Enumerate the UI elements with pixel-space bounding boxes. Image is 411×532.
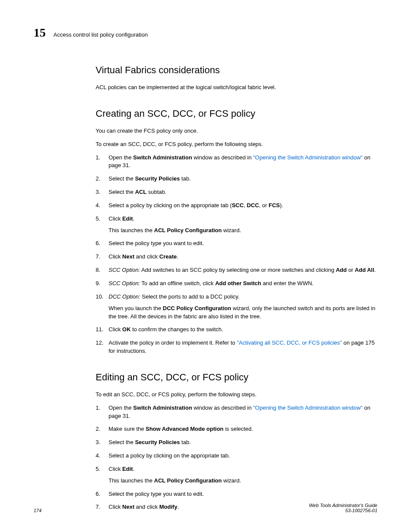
- ui-term: DCC Policy Configuration: [163, 305, 231, 311]
- text: Click: [109, 326, 122, 333]
- step-item: Open the Switch Administration window as…: [96, 154, 377, 170]
- text: Open the: [109, 154, 133, 161]
- ui-term: FCS: [268, 202, 280, 208]
- text: Click: [109, 466, 122, 472]
- text: Select the: [109, 175, 135, 182]
- text: When you launch the: [109, 305, 163, 311]
- text: and click: [134, 253, 159, 260]
- ui-term: Add: [336, 267, 346, 273]
- text: Click: [109, 253, 122, 260]
- text: is selected.: [224, 426, 253, 432]
- text: Select the ports to add to a DCC policy.: [140, 293, 240, 300]
- chapter-title: Access control list policy configuration: [53, 31, 148, 38]
- ui-term: Next: [122, 253, 134, 260]
- text: window as described in: [192, 154, 253, 161]
- text: tab.: [180, 439, 191, 445]
- text: To add an offline switch, click: [140, 280, 215, 286]
- text: ).: [280, 202, 283, 208]
- ui-term: Security Policies: [135, 175, 180, 182]
- text: .: [177, 253, 178, 260]
- step-item: Select a policy by clicking on the appro…: [96, 452, 377, 460]
- option-label: DCC Option:: [109, 293, 140, 300]
- ui-term: Switch Administration: [133, 154, 192, 161]
- text: ,: [244, 202, 247, 208]
- step-item: Select a policy by clicking on the appro…: [96, 202, 377, 210]
- ui-term: Show Advanced Mode option: [146, 426, 224, 432]
- steps-editing: Open the Switch Administration window as…: [96, 404, 377, 512]
- text: , or: [259, 202, 268, 208]
- step-item: Select the Security Policies tab.: [96, 175, 377, 183]
- steps-creating: Open the Switch Administration window as…: [96, 154, 377, 355]
- step-item: Select the ACL subtab.: [96, 188, 377, 196]
- doc-id: 53-1002756-01: [309, 508, 377, 513]
- text: Open the: [109, 404, 133, 411]
- ui-term: Security Policies: [135, 439, 180, 445]
- step-item: Open the Switch Administration window as…: [96, 404, 377, 420]
- ui-term: SCC: [232, 202, 243, 208]
- step-item: Select the policy type you want to edit.: [96, 240, 377, 248]
- ui-term: Edit: [122, 466, 133, 472]
- text: wizard.: [222, 477, 241, 484]
- step-note: When you launch the DCC Policy Configura…: [109, 305, 377, 321]
- text: .: [133, 466, 134, 472]
- paragraph: To edit an SCC, DCC, or FCS policy, perf…: [96, 391, 377, 399]
- text: window as described in: [192, 404, 253, 411]
- text: and enter the WWN.: [261, 280, 313, 286]
- heading-virtual-fabrics: Virtual Fabrics considerations: [96, 65, 377, 76]
- heading-editing-policy: Editing an SCC, DCC, or FCS policy: [96, 372, 377, 383]
- cross-ref-link[interactable]: "Opening the Switch Administration windo…: [253, 154, 363, 161]
- step-item: Make sure the Show Advanced Mode option …: [96, 425, 377, 433]
- ui-term: ACL Policy Configuration: [154, 227, 222, 233]
- option-label: SCC Option:: [109, 267, 140, 273]
- step-item: Click Edit. This launches the ACL Policy…: [96, 215, 377, 235]
- paragraph: ACL policies can be implemented at the l…: [96, 84, 377, 92]
- step-item: Click Next and click Create.: [96, 253, 377, 261]
- main-content: Virtual Fabrics considerations ACL polic…: [96, 65, 377, 511]
- text: Select the: [109, 189, 135, 195]
- ui-term: ACL Policy Configuration: [154, 477, 222, 484]
- step-item: SCC Option: To add an offline switch, cl…: [96, 280, 377, 288]
- cross-ref-link[interactable]: "Activating all SCC, DCC, or FCS policie…: [237, 339, 342, 346]
- ui-term: OK: [122, 326, 131, 333]
- text: wizard.: [222, 227, 241, 233]
- chapter-number: 15: [34, 26, 46, 40]
- step-item: Click Edit. This launches the ACL Policy…: [96, 465, 377, 485]
- text: Add switches to an SCC policy by selecti…: [140, 267, 336, 273]
- text: subtab.: [146, 189, 166, 195]
- page-header: 15 Access control list policy configurat…: [34, 26, 377, 40]
- doc-reference: Web Tools Administrator's Guide 53-10027…: [309, 503, 377, 513]
- text: tab.: [180, 175, 191, 182]
- step-item: Select the Security Policies tab.: [96, 439, 377, 447]
- ui-term: Add other Switch: [215, 280, 261, 286]
- ui-term: Add All: [355, 267, 374, 273]
- doc-title: Web Tools Administrator's Guide: [309, 503, 377, 508]
- ui-term: Create: [159, 253, 177, 260]
- text: Select a policy by clicking on the appro…: [109, 202, 232, 208]
- paragraph: You can create the FCS policy only once.: [96, 127, 377, 135]
- section-creating-policy: Creating an SCC, DCC, or FCS policy You …: [96, 108, 377, 355]
- step-item: Select the policy type you want to edit.: [96, 490, 377, 498]
- text: .: [374, 267, 376, 273]
- cross-ref-link[interactable]: "Opening the Switch Administration windo…: [253, 404, 363, 411]
- section-editing-policy: Editing an SCC, DCC, or FCS policy To ed…: [96, 372, 377, 511]
- step-note: This launches the ACL Policy Configurati…: [109, 227, 377, 235]
- ui-term: Edit: [122, 215, 133, 222]
- step-item: Click OK to confirm the changes to the s…: [96, 326, 377, 334]
- heading-creating-policy: Creating an SCC, DCC, or FCS policy: [96, 108, 377, 119]
- text: .: [133, 215, 134, 222]
- step-item: DCC Option: Select the ports to add to a…: [96, 293, 377, 321]
- text: Click: [109, 215, 122, 222]
- step-item: SCC Option: Add switches to an SCC polic…: [96, 266, 377, 274]
- text: Make sure the: [109, 426, 146, 432]
- section-virtual-fabrics: Virtual Fabrics considerations ACL polic…: [96, 65, 377, 92]
- ui-term: ACL: [135, 189, 146, 195]
- option-label: SCC Option:: [109, 280, 140, 286]
- text: Select the: [109, 439, 135, 445]
- ui-term: DCC: [247, 202, 259, 208]
- page-footer: 174 Web Tools Administrator's Guide 53-1…: [34, 503, 377, 513]
- page-number: 174: [34, 508, 41, 513]
- ui-term: Switch Administration: [133, 404, 192, 411]
- step-item: Activate the policy in order to implemen…: [96, 339, 377, 355]
- text: or: [347, 267, 355, 273]
- paragraph: To create an SCC, DCC, or FCS policy, pe…: [96, 140, 377, 149]
